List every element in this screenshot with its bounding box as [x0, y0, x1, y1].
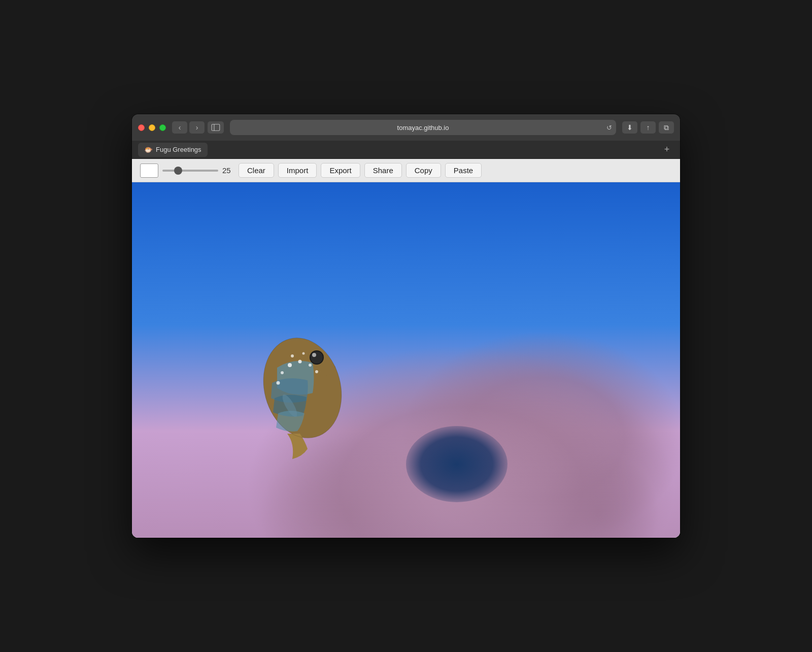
svg-rect-0 — [212, 124, 220, 131]
new-tab-button[interactable]: + — [660, 143, 674, 157]
tab-title: Fugu Greetings — [156, 146, 201, 153]
forward-button[interactable]: › — [189, 121, 205, 134]
maximize-button[interactable] — [159, 124, 166, 131]
download-button[interactable]: ⬇ — [622, 121, 637, 134]
svg-point-13 — [312, 353, 316, 357]
color-picker[interactable] — [140, 164, 158, 178]
dark-water-blob — [406, 426, 507, 502]
svg-point-9 — [291, 354, 294, 357]
paste-button[interactable]: Paste — [445, 163, 482, 178]
tab-favicon: 🐡 — [144, 146, 153, 154]
traffic-lights — [138, 124, 166, 131]
address-bar[interactable]: tomayac.github.io ↺ — [230, 120, 616, 135]
svg-point-5 — [309, 364, 312, 367]
svg-point-10 — [302, 352, 305, 355]
sidebar-toggle-button[interactable] — [208, 121, 224, 134]
back-button[interactable]: ‹ — [172, 121, 187, 134]
nav-buttons: ‹ › — [172, 121, 205, 134]
clear-button[interactable]: Clear — [239, 163, 274, 178]
svg-point-6 — [281, 371, 284, 374]
export-button[interactable]: Export — [321, 163, 360, 178]
share-button[interactable]: ↑ — [640, 121, 656, 134]
tab-overview-button[interactable]: ⧉ — [659, 121, 674, 134]
svg-point-8 — [277, 381, 280, 385]
app-container: 25 Clear Import Export Share Copy Paste — [132, 159, 680, 538]
svg-point-12 — [311, 351, 323, 364]
fish-scene — [132, 182, 680, 538]
svg-point-7 — [315, 370, 318, 373]
titlebar: ‹ › tomayac.github.io ↺ ⬇ ↑ ⧉ — [132, 114, 680, 141]
drawing-canvas[interactable] — [132, 182, 680, 538]
minimize-button[interactable] — [149, 124, 155, 131]
close-button[interactable] — [138, 124, 145, 131]
fish-illustration — [242, 307, 384, 500]
svg-point-4 — [298, 360, 302, 364]
import-button[interactable]: Import — [278, 163, 317, 178]
app-toolbar: 25 Clear Import Export Share Copy Paste — [132, 159, 680, 182]
active-tab[interactable]: 🐡 Fugu Greetings — [138, 143, 208, 157]
share-drawing-button[interactable]: Share — [364, 163, 402, 178]
browser-actions: ⬇ ↑ ⧉ — [622, 121, 674, 134]
brush-size-slider[interactable] — [162, 170, 218, 172]
copy-button[interactable]: Copy — [406, 163, 441, 178]
browser-window: ‹ › tomayac.github.io ↺ ⬇ ↑ ⧉ 🐡 Fugu Gre… — [132, 114, 680, 538]
tabbar: 🐡 Fugu Greetings + — [132, 141, 680, 159]
coral-background — [132, 289, 680, 538]
brush-size-value: 25 — [222, 166, 234, 175]
reload-button[interactable]: ↺ — [606, 124, 612, 132]
svg-point-3 — [288, 363, 292, 367]
url-text: tomayac.github.io — [397, 124, 449, 132]
